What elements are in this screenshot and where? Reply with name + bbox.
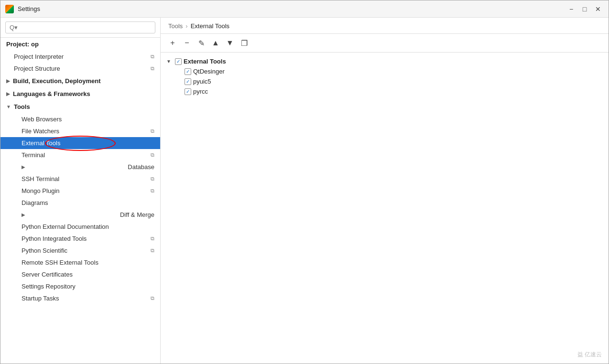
tree-row-pyrcc[interactable]: pyrcc [166,86,603,96]
tree-checkbox-root[interactable] [175,58,182,65]
minimize-button[interactable]: − [566,3,577,15]
tree-panel: ▼ External Tools QtDesinger pyuic5 [161,53,609,364]
sidebar-item-diagrams[interactable]: Diagrams [0,197,160,209]
sidebar-item-ssh-terminal[interactable]: SSH Terminal ⧉ [0,173,160,185]
sidebar-item-external-tools[interactable]: External Tools [0,137,160,149]
search-input[interactable] [5,21,155,33]
sidebar: Project: op Project Interpreter ⧉ Projec… [0,18,161,364]
tree-label-root: External Tools [184,58,226,65]
sidebar-label: File Watchers [22,128,59,135]
sidebar-group-tools[interactable]: ▼ Tools [0,100,160,113]
sidebar-label: Python Integrated Tools [22,235,87,242]
window-title: Settings [18,5,40,12]
chevron-right-icon: ▶ [6,78,10,84]
sidebar-group-project[interactable]: Project: op [0,38,160,51]
sidebar-label: Languages & Frameworks [13,90,90,97]
chevron-down-icon: ▼ [166,59,173,64]
maximize-button[interactable]: □ [579,3,590,15]
external-link-icon: ⧉ [151,65,154,72]
breadcrumb: Tools › External Tools [161,18,609,34]
chevron-right-icon: ▶ [6,91,10,96]
tree-checkbox-pyuic5[interactable] [185,78,191,85]
sidebar-label: Build, Execution, Deployment [13,77,100,85]
tree-label-pyuic5: pyuic5 [193,78,211,85]
sidebar-label: Python Scientific [22,247,67,254]
sidebar-label: Project Interpreter [14,53,64,60]
external-link-icon: ⧉ [151,128,154,134]
chevron-right-icon: ▶ [22,164,25,170]
sidebar-group-languages[interactable]: ▶ Languages & Frameworks [0,87,160,100]
sidebar-label: Settings Repository [22,283,76,290]
sidebar-label: SSH Terminal [22,175,59,182]
sidebar-label: Web Browsers [22,116,62,123]
sidebar-item-python-integrated[interactable]: Python Integrated Tools ⧉ [0,233,160,245]
close-button[interactable]: ✕ [592,3,604,15]
external-link-icon: ⧉ [151,247,154,254]
sidebar-label: Database [128,163,154,171]
sidebar-label: Server Certificates [22,271,73,278]
sidebar-item-web-browsers[interactable]: Web Browsers [0,113,160,125]
tree-label-qtdesinger: QtDesinger [193,68,225,75]
settings-window: Settings − □ ✕ Project: op Project Inter… [0,0,609,364]
copy-button[interactable]: ❐ [238,37,250,49]
title-bar-left: Settings [5,5,40,13]
chevron-down-icon: ▼ [6,104,11,109]
app-icon [5,5,14,13]
add-button[interactable]: + [166,37,179,49]
sidebar-label: External Tools [22,139,60,147]
external-tools-wrapper: External Tools [0,137,160,149]
sidebar-item-terminal[interactable]: Terminal ⧉ [0,149,160,161]
sidebar-label: Diff & Merge [120,211,154,218]
sidebar-item-mongo-plugin[interactable]: Mongo Plugin ⧉ [0,185,160,197]
sidebar-item-python-scientific[interactable]: Python Scientific ⧉ [0,245,160,257]
tree-checkbox-qtdesinger[interactable] [185,68,191,75]
sidebar-item-server-certs[interactable]: Server Certificates [0,268,160,280]
external-link-icon: ⧉ [151,295,154,301]
sidebar-item-settings-repo[interactable]: Settings Repository [0,280,160,292]
sidebar-item-diff-merge[interactable]: ▶ Diff & Merge [0,209,160,221]
external-link-icon: ⧉ [151,236,154,242]
sidebar-item-python-ext-doc[interactable]: Python External Documentation [0,221,160,233]
toolbar: + − ✎ ▲ ▼ ❐ [161,34,609,53]
sidebar-item-database[interactable]: ▶ Database [0,161,160,173]
project-group-label: Project: op [6,41,39,48]
sidebar-label: Project Structure [14,65,60,72]
tree-checkbox-pyrcc[interactable] [185,88,191,95]
sidebar-label: Mongo Plugin [22,187,60,194]
external-link-icon: ⧉ [151,54,154,60]
sidebar-group-build[interactable]: ▶ Build, Execution, Deployment [0,75,160,87]
content-area: Project: op Project Interpreter ⧉ Projec… [0,18,609,364]
tree-row-pyuic5[interactable]: pyuic5 [166,76,603,86]
search-box [0,18,160,38]
sidebar-item-remote-ssh[interactable]: Remote SSH External Tools [0,257,160,268]
chevron-right-icon: ▶ [22,212,25,217]
watermark: 益 亿速云 [577,351,602,359]
external-link-icon: ⧉ [151,188,154,194]
tree-row-root[interactable]: ▼ External Tools [166,56,603,66]
breadcrumb-parent: Tools [168,22,183,30]
title-bar-controls: − □ ✕ [566,3,604,15]
title-bar: Settings − □ ✕ [0,0,609,18]
tree-label-pyrcc: pyrcc [193,88,208,95]
sidebar-label: Terminal [22,151,45,159]
sidebar-item-project-structure[interactable]: Project Structure ⧉ [0,63,160,75]
move-up-button[interactable]: ▲ [209,37,222,49]
breadcrumb-separator: › [185,22,187,30]
sidebar-scroll: Project: op Project Interpreter ⧉ Projec… [0,38,160,364]
sidebar-label: Diagrams [22,199,48,206]
sidebar-item-file-watchers[interactable]: File Watchers ⧉ [0,125,160,137]
edit-button[interactable]: ✎ [195,37,207,49]
main-panel: Tools › External Tools + − ✎ ▲ ▼ ❐ ▼ Ext… [161,18,609,364]
sidebar-label: Remote SSH External Tools [22,259,98,266]
sidebar-label: Python External Documentation [22,223,109,230]
external-link-icon: ⧉ [151,176,154,182]
sidebar-item-startup-tasks[interactable]: Startup Tasks ⧉ [0,292,160,304]
sidebar-label: Startup Tasks [22,295,59,302]
sidebar-label: Tools [14,103,30,110]
remove-button[interactable]: − [181,37,193,49]
breadcrumb-current: External Tools [191,22,229,30]
tree-row-qtdesinger[interactable]: QtDesinger [166,66,603,76]
external-link-icon: ⧉ [151,152,154,158]
move-down-button[interactable]: ▼ [224,37,236,49]
sidebar-item-project-interpreter[interactable]: Project Interpreter ⧉ [0,51,160,63]
